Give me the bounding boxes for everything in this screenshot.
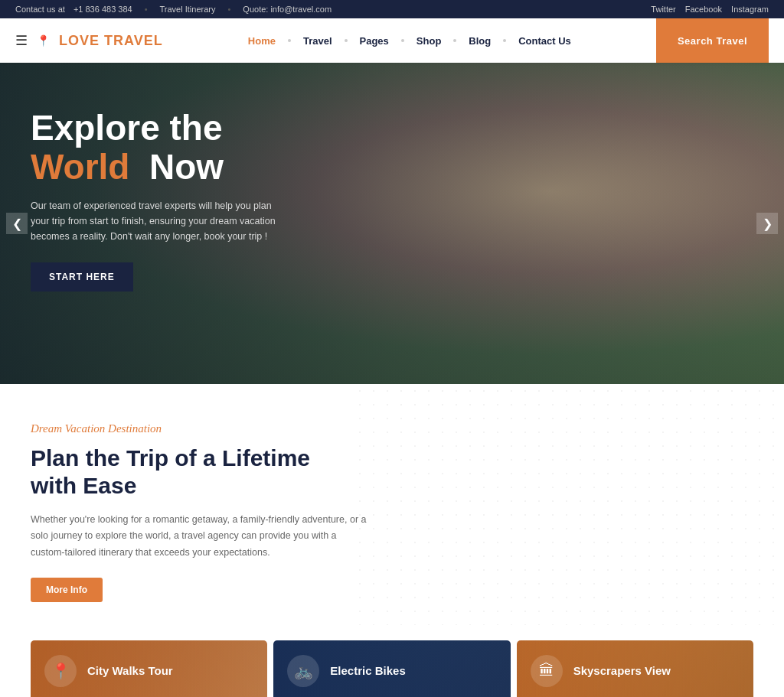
hero-title-line1: Explore the <box>31 108 223 148</box>
hero-cta-button[interactable]: START HERE <box>31 262 133 292</box>
hero-title-highlight: World <box>31 147 129 187</box>
tour-cards-row: 📍 City Walks Tour 🚲 Electric Bikes 🏛 Sky… <box>0 625 784 697</box>
hero-section: ❮ Explore the World Now Our team of expe… <box>0 63 784 384</box>
logo: LOVE TRAVEL <box>59 33 163 49</box>
contact-info: Contact us at +1 836 483 384 <box>15 5 132 14</box>
nav-dot-5 <box>503 39 506 42</box>
location-icon: 📍 <box>37 34 50 47</box>
nav-contact[interactable]: Contact Us <box>509 29 580 53</box>
dream-description: Whether you're looking for a romantic ge… <box>31 512 368 561</box>
sep2: • <box>227 5 230 14</box>
dream-section: Dream Vacation Destination Plan the Trip… <box>0 384 784 625</box>
social-links: Twitter Facebook Instagram <box>651 5 769 14</box>
hero-title: Explore the World Now <box>31 109 337 186</box>
contact-label: Contact us at <box>15 5 65 14</box>
nav-travel[interactable]: Travel <box>294 29 341 53</box>
hero-next-button[interactable]: ❯ <box>756 213 778 234</box>
facebook-link[interactable]: Facebook <box>685 5 722 14</box>
city-walks-label: City Walks Tour <box>87 664 173 677</box>
skyscrapers-icon: 🏛 <box>531 655 563 687</box>
nav-dot-4 <box>453 39 456 42</box>
navbar: ☰ 📍 LOVE TRAVEL Home Travel Pages Shop B… <box>0 18 784 63</box>
hero-title-line2: Now <box>139 147 224 187</box>
nav-dot-3 <box>401 39 404 42</box>
hero-content: Explore the World Now Our team of experi… <box>0 63 368 337</box>
phone-number: +1 836 483 384 <box>74 5 132 14</box>
tour-card-skyscrapers[interactable]: 🏛 Skyscrapers View <box>517 640 753 697</box>
sep1: • <box>145 5 148 14</box>
itinerary-link[interactable]: Travel Itinerary <box>160 5 216 14</box>
tour-card-electric-bikes[interactable]: 🚲 Electric Bikes <box>273 640 510 697</box>
nav-links: Home Travel Pages Shop Blog Contact Us <box>239 29 580 53</box>
search-button[interactable]: Search Travel <box>656 18 769 63</box>
hamburger-icon[interactable]: ☰ <box>15 32 28 49</box>
nav-blog[interactable]: Blog <box>459 29 500 53</box>
hero-description: Our team of experienced travel experts w… <box>31 198 291 244</box>
skyscrapers-label: Skyscrapers View <box>573 664 671 677</box>
instagram-link[interactable]: Instagram <box>731 5 769 14</box>
top-bar: Contact us at +1 836 483 384 • Travel It… <box>0 0 784 18</box>
electric-bikes-label: Electric Bikes <box>330 664 405 677</box>
nav-home[interactable]: Home <box>239 29 285 53</box>
quote-info: Quote: info@travel.com <box>243 5 332 14</box>
hero-prev-button[interactable]: ❮ <box>6 213 28 234</box>
nav-dot-2 <box>345 39 348 42</box>
electric-bikes-icon: 🚲 <box>287 655 319 687</box>
nav-pages[interactable]: Pages <box>351 29 398 53</box>
world-map-decoration <box>353 384 784 625</box>
nav-dot-1 <box>288 39 291 42</box>
tour-card-city-walks[interactable]: 📍 City Walks Tour <box>31 640 267 697</box>
city-walks-icon: 📍 <box>44 655 77 687</box>
nav-shop[interactable]: Shop <box>407 29 451 53</box>
twitter-link[interactable]: Twitter <box>651 5 675 14</box>
dream-title: Plan the Trip of a Lifetime with Ease <box>31 445 352 500</box>
more-info-button[interactable]: More Info <box>31 578 103 602</box>
